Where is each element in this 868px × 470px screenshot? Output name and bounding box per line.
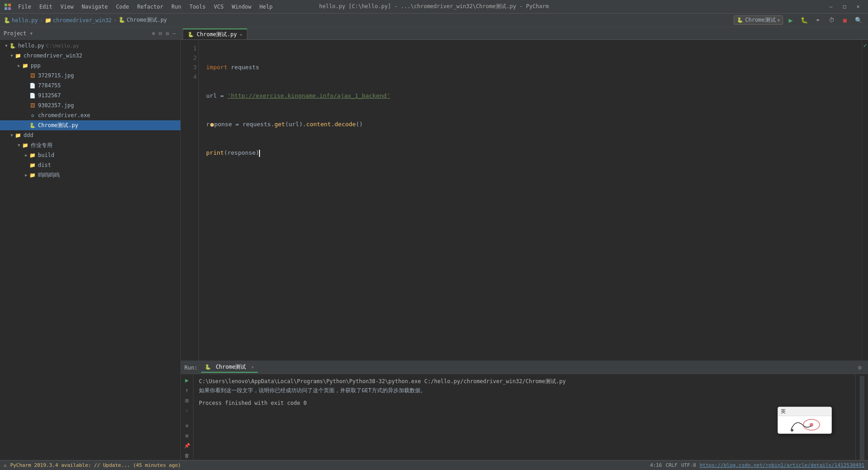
- run-spacer: [199, 395, 850, 399]
- status-position[interactable]: 4:16: [650, 462, 662, 468]
- tree-label-chromedriver: chromedriver_win32: [24, 52, 82, 59]
- jpg-icon-3729715: 🖼: [29, 72, 36, 79]
- collapse-all-button[interactable]: ⊟: [158, 30, 163, 37]
- breadcrumb-item-hello[interactable]: 🐍hello.py: [4, 17, 38, 24]
- project-settings-button[interactable]: ⚙: [165, 30, 170, 37]
- tree-item-chrome-test[interactable]: ▶ 🐍 Chrome测试.py: [0, 120, 180, 130]
- menu-edit[interactable]: Edit: [36, 3, 56, 11]
- menu-refactor[interactable]: Refactor: [133, 3, 167, 11]
- tab-py-icon: 🐍: [188, 32, 194, 38]
- menu-help[interactable]: Help: [256, 3, 276, 11]
- ime-brush-icon: [787, 417, 823, 433]
- tree-label-chrome-test: Chrome测试.py: [38, 122, 78, 129]
- project-panel: Project ▼ ⊕ ⊟ ⚙ — ▼ 🐍 hello.py C:\hello.…: [0, 27, 181, 460]
- tree-label-chromedriver-exe: chromedriver.exe: [38, 112, 90, 119]
- status-encoding[interactable]: UTF-8: [681, 462, 696, 468]
- tree-item-build[interactable]: ▶ 📁 build: [0, 150, 180, 160]
- run-tab-close[interactable]: ✕: [251, 365, 254, 370]
- tab-chrome-test[interactable]: 🐍 Chrome测试.py ✕: [183, 28, 247, 39]
- folder-icon-dist: 📁: [29, 161, 36, 169]
- status-warning-icon: ⚠: [4, 462, 7, 468]
- hide-panel-button[interactable]: —: [172, 30, 177, 37]
- editor-checkmark: ✓: [863, 42, 867, 49]
- status-line-ending[interactable]: CRLF: [665, 462, 678, 468]
- tree-item-wuwu[interactable]: ▶ 📁 呜呜呜呜: [0, 170, 180, 180]
- tree-arrow-ppp: ▶: [16, 63, 22, 68]
- tree-arrow-build: ▶: [24, 152, 29, 158]
- run-tab-label: Chrome测试: [216, 364, 246, 370]
- svg-rect-2: [5, 7, 7, 10]
- menu-view[interactable]: View: [57, 3, 77, 11]
- project-header: Project ▼ ⊕ ⊟ ⚙ —: [0, 27, 180, 40]
- line-numbers: 1 2 3 4: [181, 40, 199, 361]
- tree-item-3729715[interactable]: ▶ 🖼 3729715.jpg: [0, 71, 180, 81]
- code-content[interactable]: import requests url = 'http://exercise.k…: [199, 40, 862, 361]
- stop-button[interactable]: ■: [839, 15, 851, 25]
- ime-header: 英: [778, 407, 831, 416]
- run-settings-icon[interactable]: ⚙: [855, 363, 864, 372]
- search-button[interactable]: 🔍: [853, 15, 864, 25]
- run-clear-button[interactable]: 🗑: [182, 452, 192, 460]
- run-button[interactable]: ▶: [785, 15, 797, 25]
- line-num-2: 2: [181, 53, 197, 62]
- run-tab-chrome[interactable]: 🐍 Chrome测试 ✕: [201, 362, 258, 373]
- profile-button[interactable]: ⏱: [826, 15, 837, 25]
- line-num-1: 1: [181, 43, 197, 53]
- py-icon-chrome-test: 🐍: [29, 122, 36, 129]
- project-header-icons: ⊕ ⊟ ⚙ —: [151, 30, 177, 37]
- editor-tabs: 🐍 Chrome测试.py ✕: [181, 27, 868, 40]
- breadcrumb-item-chromedriver[interactable]: 📁chromedriver_win32: [45, 17, 112, 24]
- run-tool-2[interactable]: ⊞: [182, 432, 192, 440]
- menu-code[interactable]: Code: [113, 3, 133, 11]
- tab-close-button[interactable]: ✕: [240, 32, 242, 37]
- tree-item-hello-py[interactable]: ▼ 🐍 hello.py C:\hello.py: [0, 41, 180, 51]
- tree-item-9302357[interactable]: ▶ 🖼 9302357.jpg: [0, 100, 180, 110]
- run-scroll-down-button[interactable]: ↓: [182, 406, 192, 414]
- status-bar: ⚠ PyCharm 2019.3.4 available: // Update.…: [0, 460, 868, 470]
- jpg-icon-9302357: 🖼: [29, 102, 36, 109]
- tree-item-ddd[interactable]: ▼ 📁 ddd: [0, 130, 180, 140]
- status-warning-text[interactable]: PyCharm 2019.3.4 available: // Update...…: [10, 462, 181, 468]
- menu-vcs[interactable]: VCS: [210, 3, 227, 11]
- code-editor[interactable]: 1 2 3 4 import requests url = 'http://ex…: [181, 40, 868, 361]
- project-dropdown-icon[interactable]: ▼: [30, 31, 33, 36]
- tree-item-chromedriver[interactable]: ▼ 📁 chromedriver_win32: [0, 51, 180, 61]
- tree-item-ppp[interactable]: ▶ 📁 ppp: [0, 61, 180, 71]
- breadcrumb-item-chrome-test[interactable]: 🐍Chrome测试.py: [118, 16, 167, 24]
- menu-file[interactable]: File: [14, 3, 35, 11]
- coverage-button[interactable]: ☂: [812, 15, 824, 25]
- run-content-wrapper: ▶ ↑ ■ ↓ ≡ ⊞ 📌 🗑 C:\Users\lenovo\AppData\…: [181, 374, 868, 460]
- maximize-button[interactable]: □: [838, 2, 851, 11]
- debug-button[interactable]: 🐛: [798, 15, 810, 25]
- minimize-button[interactable]: —: [825, 2, 837, 11]
- run-output: C:\Users\lenovo\AppData\Local\Programs\P…: [193, 374, 855, 460]
- tree-item-zuoye[interactable]: ▼ 📁 作业专用: [0, 140, 180, 150]
- run-panel-header: Run: 🐍 Chrome测试 ✕ ⚙: [181, 361, 868, 374]
- run-play-button[interactable]: ▶: [182, 376, 192, 384]
- menu-tools[interactable]: Tools: [186, 3, 209, 11]
- run-scroll-up-button[interactable]: ↑: [182, 386, 192, 394]
- tree-label-wuwu: 呜呜呜呜: [38, 171, 60, 179]
- run-label: Run:: [184, 365, 198, 371]
- menu-window[interactable]: Window: [228, 3, 255, 11]
- run-stop-button[interactable]: ■: [182, 396, 192, 404]
- tree-item-chromedriver-exe[interactable]: ▶ ⚙ chromedriver.exe: [0, 110, 180, 120]
- run-pin-button[interactable]: 📌: [182, 442, 192, 450]
- tree-item-7784755[interactable]: ▶ 📄 7784755: [0, 81, 180, 90]
- menu-navigate[interactable]: Navigate: [78, 3, 112, 11]
- run-scrollbar[interactable]: [860, 376, 864, 460]
- file-icon-7784755: 📄: [29, 82, 36, 89]
- tree-item-9132567[interactable]: ▶ 📄 9132567: [0, 90, 180, 100]
- status-url[interactable]: https://blog.csdn.net/robin1/article/det…: [700, 462, 864, 468]
- menu-run[interactable]: Run: [168, 3, 185, 11]
- code-line-1: import requests: [206, 62, 862, 72]
- editor-scrollbar[interactable]: ✓: [862, 40, 868, 361]
- run-tool-1[interactable]: ≡: [182, 422, 192, 430]
- tree-label-ddd: ddd: [24, 132, 33, 138]
- tree-label-dist: dist: [38, 162, 51, 168]
- svg-rect-0: [5, 4, 7, 6]
- run-config-selector[interactable]: 🐍 Chrome测试 ▼: [734, 15, 783, 25]
- tree-item-dist[interactable]: ▶ 📁 dist: [0, 160, 180, 170]
- close-button[interactable]: ✕: [852, 2, 864, 11]
- locate-file-button[interactable]: ⊕: [151, 30, 156, 37]
